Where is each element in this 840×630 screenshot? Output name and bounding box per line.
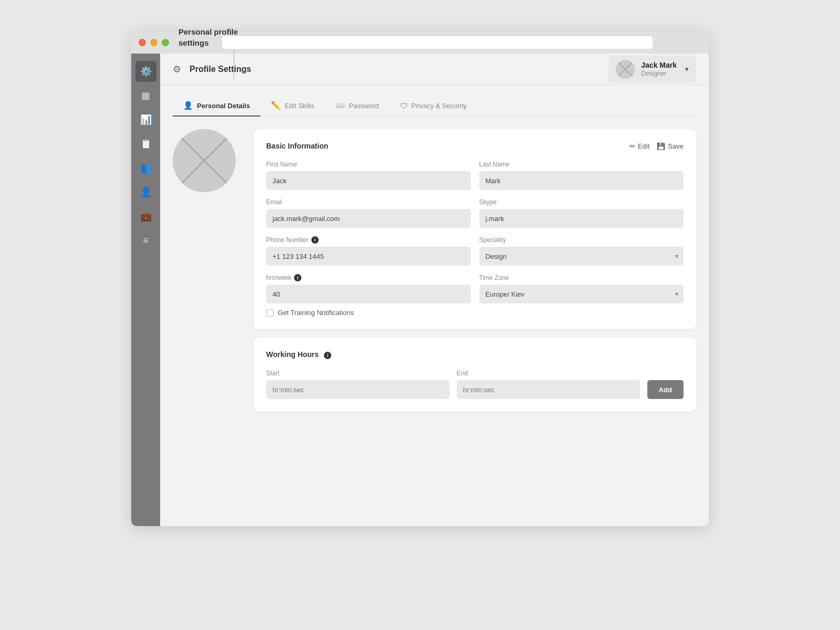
hrs-week-group: hrs/week i: [266, 274, 471, 303]
start-input[interactable]: [266, 380, 449, 399]
user-name: Jack Mark: [641, 60, 677, 70]
chevron-down-icon[interactable]: ▾: [685, 65, 689, 73]
card-header: Basic Information ✏ Edit 💾 Sa: [266, 142, 684, 150]
first-name-input[interactable]: [266, 171, 471, 190]
skype-input[interactable]: [479, 209, 684, 228]
last-name-group: Last Name: [479, 161, 684, 190]
app-window: ⚙️ ▦ 📊 📋 👥 👤 💼 ≡ ⚙ Profile Settings: [131, 32, 709, 526]
tab-edit-skills[interactable]: ✏️ Edit Skills: [260, 96, 324, 117]
add-button[interactable]: Add: [647, 380, 684, 399]
tooltip-arrow: [234, 50, 234, 79]
avatar: [616, 60, 635, 79]
last-name-input[interactable]: [479, 171, 684, 190]
last-name-label: Last Name: [479, 161, 684, 168]
working-hours-info-icon: i: [324, 352, 331, 359]
tab-privacy-security[interactable]: 🛡 Privacy & Security: [390, 96, 477, 117]
close-dot[interactable]: [139, 39, 146, 46]
phone-input[interactable]: [266, 247, 471, 266]
avatar-area: [173, 129, 241, 192]
password-icon: ⌨️: [335, 101, 345, 110]
cards-area: Basic Information ✏ Edit 💾 Sa: [254, 129, 696, 412]
settings-icon: ⚙: [173, 64, 184, 75]
save-icon: 💾: [657, 142, 665, 150]
skype-group: Skype: [479, 198, 684, 228]
sidebar-item-dashboard[interactable]: ▦: [135, 85, 156, 106]
timezone-select[interactable]: Europe/ Kiev UTC US/ Eastern: [479, 285, 684, 303]
end-group: End: [457, 370, 640, 399]
sidebar-item-team[interactable]: 👥: [135, 158, 156, 178]
minimize-dot[interactable]: [150, 39, 158, 46]
outer-wrapper: Personal profile settings ⚙️ ▦ 📊 📋 👥 👤 💼: [131, 32, 709, 526]
first-name-group: First Name: [266, 161, 471, 190]
card-title: Basic Information: [266, 142, 328, 150]
first-name-label: First Name: [266, 161, 471, 168]
start-group: Start: [266, 370, 449, 399]
sidebar: ⚙️ ▦ 📊 📋 👥 👤 💼 ≡: [131, 54, 160, 526]
hrs-week-input[interactable]: [266, 285, 471, 303]
sidebar-item-jobs[interactable]: 💼: [135, 206, 156, 227]
page-title: Profile Settings: [190, 65, 251, 74]
form-grid: First Name Last Name: [266, 161, 684, 303]
speciality-select[interactable]: Design Development Marketing: [479, 247, 684, 266]
hrs-week-label: hrs/week i: [266, 274, 471, 281]
sidebar-item-profile[interactable]: 👤: [135, 182, 156, 203]
maximize-dot[interactable]: [162, 39, 169, 46]
content-area: ⚙ Profile Settings Jack Mark: [160, 54, 709, 526]
personal-details-icon: 👤: [183, 101, 193, 110]
save-button[interactable]: 💾 Save: [657, 142, 684, 150]
phone-label: Phone Number i: [266, 236, 471, 244]
page-content: 👤 Personal Details ✏️ Edit Skills ⌨️ Pas…: [160, 85, 709, 526]
edit-button[interactable]: ✏ Edit: [629, 142, 649, 150]
user-role: Designer: [641, 70, 677, 78]
timezone-select-wrapper: Europe/ Kiev UTC US/ Eastern ▾: [479, 285, 684, 303]
timezone-label: Time Zone: [479, 274, 684, 281]
hrs-info-icon: i: [294, 274, 301, 281]
pencil-icon: ✏: [629, 142, 635, 150]
phone-info-icon: i: [311, 236, 319, 244]
speciality-label: Speciality: [479, 236, 684, 244]
start-label: Start: [266, 370, 449, 377]
basic-info-card: Basic Information ✏ Edit 💾 Sa: [254, 129, 696, 329]
app-body: ⚙️ ▦ 📊 📋 👥 👤 💼 ≡ ⚙ Profile Settings: [131, 54, 709, 526]
speciality-select-wrapper: Design Development Marketing ▾: [479, 247, 684, 266]
email-input[interactable]: [266, 209, 471, 228]
end-input[interactable]: [457, 380, 640, 399]
tab-personal-details[interactable]: 👤 Personal Details: [173, 96, 260, 117]
working-hours-row: Start End Add: [266, 370, 684, 399]
sidebar-item-analytics[interactable]: 📊: [135, 109, 156, 130]
user-menu[interactable]: Jack Mark Designer ▾: [608, 56, 696, 83]
sidebar-item-menu[interactable]: ≡: [135, 230, 156, 251]
edit-skills-icon: ✏️: [271, 101, 281, 110]
main-layout: Basic Information ✏ Edit 💾 Sa: [173, 129, 696, 412]
app-header: ⚙ Profile Settings Jack Mark: [160, 54, 709, 85]
sidebar-item-reports[interactable]: 📋: [135, 133, 156, 154]
shield-icon: 🛡: [400, 101, 408, 110]
end-label: End: [457, 370, 640, 377]
speciality-group: Speciality Design Development Marketing: [479, 236, 684, 266]
working-hours-title: Working Hours i: [266, 350, 331, 359]
checkbox-row: Get Training Notifications: [266, 309, 684, 317]
phone-group: Phone Number i: [266, 236, 471, 266]
titlebar-search: [222, 36, 653, 49]
profile-avatar[interactable]: [173, 129, 236, 192]
tabs: 👤 Personal Details ✏️ Edit Skills ⌨️ Pas…: [173, 96, 696, 117]
sidebar-item-settings[interactable]: ⚙️: [135, 61, 156, 82]
tooltip-label: Personal profile settings: [178, 26, 238, 48]
user-info: Jack Mark Designer: [641, 60, 677, 78]
working-hours-card: Working Hours i Start: [254, 338, 696, 412]
skype-label: Skype: [479, 198, 684, 206]
card-actions: ✏ Edit 💾 Save: [629, 142, 684, 150]
email-label: Email: [266, 198, 471, 206]
training-notifications-checkbox[interactable]: [266, 309, 274, 317]
header-left: ⚙ Profile Settings: [173, 64, 251, 75]
timezone-group: Time Zone Europe/ Kiev UTC US/ Eastern: [479, 274, 684, 303]
email-group: Email: [266, 198, 471, 228]
working-hours-header: Working Hours i: [266, 350, 684, 359]
checkbox-label: Get Training Notifications: [278, 309, 354, 317]
tab-password[interactable]: ⌨️ Password: [325, 96, 390, 117]
